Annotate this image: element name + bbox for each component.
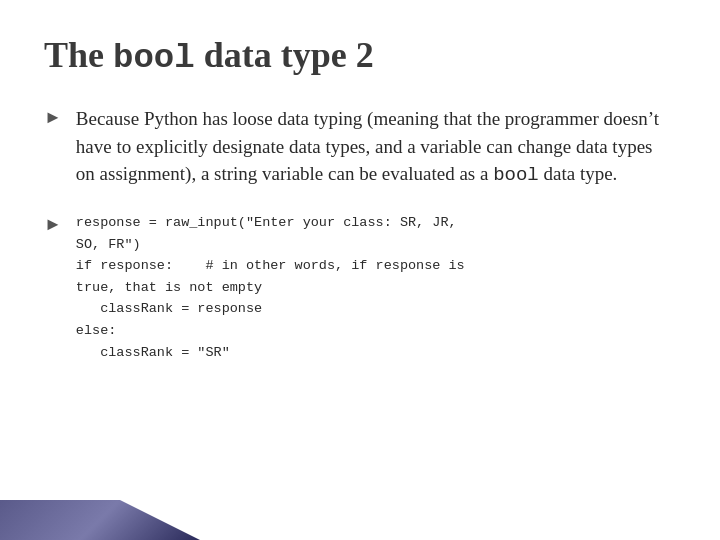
title-prefix: The xyxy=(44,35,113,75)
bullet-item-1: ► Because Python has loose data typing (… xyxy=(44,105,676,190)
slide-title: The bool data type 2 xyxy=(44,36,676,77)
inline-code-bool: bool xyxy=(493,164,539,186)
bullet-item-2: ► response = raw_input("Enter your class… xyxy=(44,212,676,363)
code-block: response = raw_input("Enter your class: … xyxy=(76,212,465,363)
bullet-arrow-1: ► xyxy=(44,107,62,128)
bullet-text-1: Because Python has loose data typing (me… xyxy=(76,105,676,190)
title-suffix: data type 2 xyxy=(195,35,374,75)
bullet-list: ► Because Python has loose data typing (… xyxy=(44,105,676,363)
slide: The bool data type 2 ► Because Python ha… xyxy=(0,0,720,540)
bullet-arrow-2: ► xyxy=(44,214,62,235)
bottom-decoration xyxy=(0,500,200,540)
title-code: bool xyxy=(113,39,195,77)
